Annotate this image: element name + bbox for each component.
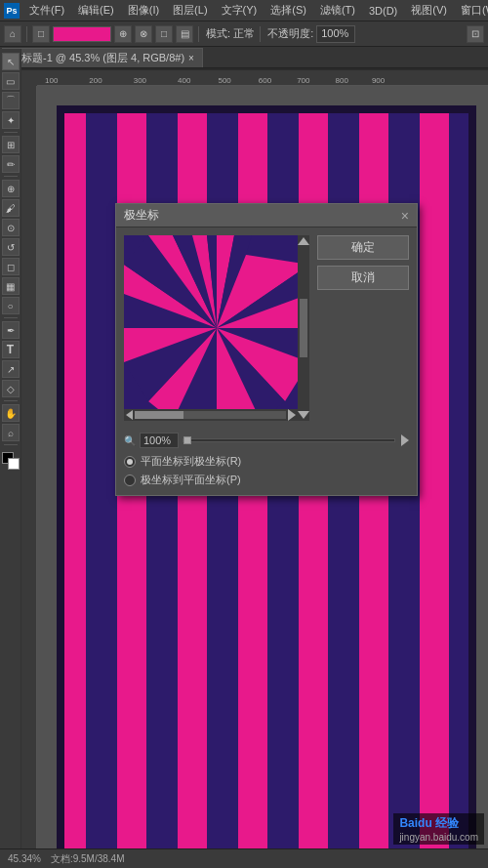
- dialog-right-panel: 确定 取消: [317, 235, 409, 421]
- document-tab[interactable]: 未标题-1 @ 45.3% (图层 4, RGB/8#) ×: [2, 48, 203, 67]
- menu-view[interactable]: 视图(V): [405, 1, 453, 20]
- dialog-title-bar: 极坐标 ×: [116, 204, 417, 227]
- tool-icon-3[interactable]: ⊗: [135, 25, 152, 43]
- scroll-thumb-h[interactable]: [135, 411, 183, 419]
- menu-image[interactable]: 图像(I): [122, 1, 165, 20]
- tool-icon-4[interactable]: □: [155, 25, 173, 43]
- sep-3: [260, 26, 261, 42]
- radio-rect-to-polar-label: 平面坐标到极坐标(R): [141, 454, 241, 469]
- scroll-right-btn[interactable]: [288, 409, 296, 421]
- menu-select[interactable]: 选择(S): [264, 1, 312, 20]
- dialog-preview-area: [124, 235, 309, 421]
- scroll-left-btn[interactable]: [126, 410, 133, 420]
- tool-shape[interactable]: ◇: [2, 380, 20, 397]
- tool-select-rect[interactable]: ▭: [2, 72, 20, 90]
- tool-pen[interactable]: ✒: [2, 321, 20, 339]
- menu-filter[interactable]: 滤镜(T): [314, 1, 361, 20]
- tool-eraser[interactable]: ◻: [2, 258, 20, 275]
- tool-sep-2: [4, 176, 18, 177]
- scroll-down-btn[interactable]: [298, 411, 309, 419]
- tool-history[interactable]: ↺: [2, 238, 20, 256]
- radio-polar-to-rect-label: 极坐标到平面坐标(P): [141, 473, 241, 487]
- zoom-track[interactable]: [183, 438, 395, 442]
- tick-600: 600: [259, 76, 271, 85]
- background-color[interactable]: [8, 458, 20, 470]
- ruler-ticks-h: 100 200 300 400 500 600 700 800 900: [21, 70, 488, 85]
- preview-scroll-v[interactable]: [298, 235, 309, 421]
- color-swatch[interactable]: [53, 26, 111, 42]
- zoom-thumb[interactable]: [183, 436, 191, 444]
- dialog-options: 🔍 平面坐标到极坐标(R) 极坐标到平面坐标(P): [116, 429, 417, 495]
- scroll-thumb-v[interactable]: [300, 299, 307, 357]
- svg-rect-1: [86, 105, 117, 848]
- tool-path-select[interactable]: ↗: [2, 360, 20, 378]
- color-picker[interactable]: [2, 452, 20, 470]
- home-icon[interactable]: ⌂: [4, 25, 21, 43]
- menu-window[interactable]: 窗口(W): [455, 1, 488, 20]
- ruler-corner: [21, 70, 37, 86]
- tool-icon-5[interactable]: ▤: [176, 25, 193, 43]
- tool-crop[interactable]: ⊞: [2, 136, 20, 153]
- ruler-vertical: [21, 86, 37, 848]
- watermark-url: jingyan.baidu.com: [399, 832, 478, 843]
- tick-500: 500: [218, 76, 230, 85]
- tool-type[interactable]: T: [2, 341, 20, 358]
- radio-group: 平面坐标到极坐标(R) 极坐标到平面坐标(P): [124, 454, 409, 487]
- menu-type[interactable]: 文字(Y): [216, 1, 264, 20]
- zoom-input[interactable]: [140, 433, 179, 448]
- menu-bar: Ps 文件(F) 编辑(E) 图像(I) 图层(L) 文字(Y) 选择(S) 滤…: [0, 0, 488, 21]
- tool-heal[interactable]: ⊕: [2, 180, 20, 197]
- tool-lasso[interactable]: ⌒: [2, 92, 20, 109]
- tool-sep-4: [4, 400, 18, 401]
- cancel-button[interactable]: 取消: [317, 266, 409, 290]
- status-bar: 45.34% 文档:9.5M/38.4M: [0, 848, 488, 868]
- tick-400: 400: [178, 76, 190, 85]
- tab-close-btn[interactable]: ×: [188, 53, 194, 63]
- svg-rect-12: [420, 105, 449, 848]
- radio-polar-to-rect[interactable]: 极坐标到平面坐标(P): [124, 473, 409, 487]
- tick-800: 800: [336, 76, 348, 85]
- menu-file[interactable]: 文件(F): [23, 1, 70, 20]
- opacity-label: 不透明度:: [267, 26, 313, 41]
- menu-3d[interactable]: 3D(D): [363, 3, 403, 19]
- tool-icon-1[interactable]: □: [32, 25, 50, 43]
- tool-gradient[interactable]: ▦: [2, 277, 20, 295]
- confirm-button[interactable]: 确定: [317, 235, 409, 260]
- menu-layer[interactable]: 图层(L): [167, 1, 213, 20]
- preview-scroll-h[interactable]: [124, 409, 298, 421]
- tool-move[interactable]: ↖: [2, 53, 20, 70]
- tool-zoom[interactable]: ⌕: [2, 424, 20, 441]
- tool-clone[interactable]: ⊙: [2, 219, 20, 236]
- tool-magic-wand[interactable]: ✦: [2, 111, 20, 129]
- options-toolbar: ⌂ □ ⊕ ⊗ □ ▤ 模式: 正常 不透明度: 100% ⊡: [0, 21, 488, 47]
- tick-300: 300: [134, 76, 146, 85]
- canvas-top-border: [57, 105, 476, 113]
- tool-sep-5: [4, 444, 18, 445]
- polar-coordinates-dialog: 极坐标 ×: [115, 203, 418, 496]
- doc-info: 文档:9.5M/38.4M: [51, 852, 125, 866]
- opacity-input[interactable]: 100%: [316, 25, 355, 43]
- radio-rect-to-polar-indicator[interactable]: [124, 456, 136, 468]
- toolbar-right-icon[interactable]: ⊡: [467, 25, 484, 43]
- tool-dodge[interactable]: ○: [2, 297, 20, 314]
- tool-brush[interactable]: 🖌: [2, 199, 20, 217]
- dialog-title-text: 极坐标: [124, 207, 159, 224]
- watermark-logo: Baidu 经验: [399, 815, 478, 832]
- radio-rect-to-polar[interactable]: 平面坐标到极坐标(R): [124, 454, 409, 469]
- zoom-icon: 🔍: [124, 435, 136, 446]
- ruler-horizontal: 100 200 300 400 500 600 700 800 900: [21, 70, 488, 86]
- zoom-right-arrow[interactable]: [401, 434, 409, 446]
- dialog-close-btn[interactable]: ×: [401, 208, 409, 224]
- starburst-preview: [124, 235, 309, 421]
- radio-polar-to-rect-indicator[interactable]: [124, 475, 136, 486]
- menu-edit[interactable]: 编辑(E): [72, 1, 120, 20]
- left-toolbar: ↖ ▭ ⌒ ✦ ⊞ ✏ ⊕ 🖌 ⊙ ↺ ◻ ▦ ○ ✒ T ↗ ◇ ✋ ⌕: [0, 49, 21, 848]
- scroll-track-h: [135, 411, 286, 419]
- canvas-left-border: [57, 105, 64, 848]
- tab-label: 未标题-1 @ 45.3% (图层 4, RGB/8#): [11, 51, 184, 65]
- tool-eyedropper[interactable]: ✏: [2, 155, 20, 173]
- tool-hand[interactable]: ✋: [2, 404, 20, 422]
- tool-icon-2[interactable]: ⊕: [114, 25, 132, 43]
- tick-700: 700: [297, 76, 309, 85]
- scroll-up-btn[interactable]: [298, 237, 309, 245]
